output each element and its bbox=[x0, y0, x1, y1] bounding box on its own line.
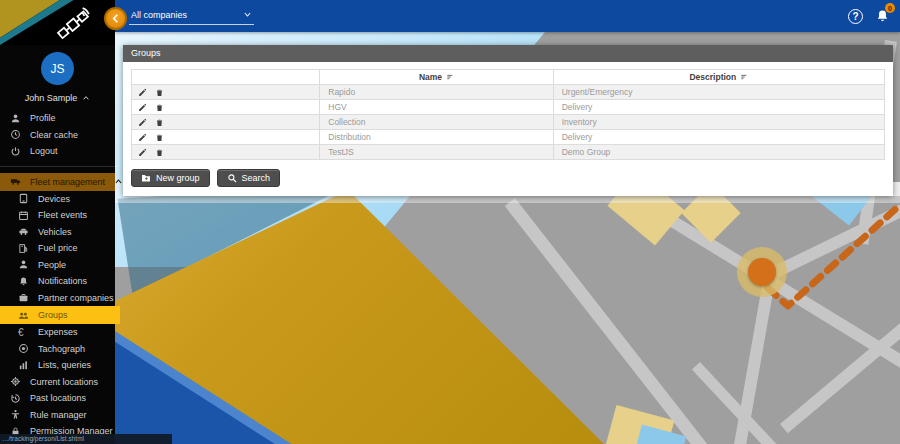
topbar: All companies ? 0 bbox=[115, 0, 900, 32]
help-icon[interactable]: ? bbox=[848, 9, 863, 24]
column-header-description[interactable]: Description bbox=[553, 70, 884, 85]
table-row[interactable]: Collection Inventory bbox=[132, 115, 885, 130]
cell-name: Collection bbox=[320, 115, 553, 130]
cell-description: Delivery bbox=[553, 130, 884, 145]
sidebar-item-expenses[interactable]: € Expenses bbox=[0, 324, 115, 341]
avatar[interactable]: JS bbox=[41, 52, 74, 85]
euro-icon: € bbox=[18, 327, 29, 338]
sort-icon[interactable] bbox=[740, 73, 748, 81]
column-header-name[interactable]: Name bbox=[320, 70, 553, 85]
table-row[interactable]: Rapido Urgent/Emergency bbox=[132, 85, 885, 100]
delete-icon[interactable] bbox=[155, 133, 164, 142]
search-button[interactable]: Search bbox=[217, 169, 281, 187]
chart-icon bbox=[18, 360, 29, 371]
crosshair-icon bbox=[10, 376, 21, 387]
edit-icon[interactable] bbox=[138, 88, 147, 97]
notifications-bell[interactable]: 0 bbox=[875, 8, 890, 24]
cell-name: TestJS bbox=[320, 145, 553, 160]
sidebar-item-devices[interactable]: Devices bbox=[0, 191, 115, 208]
new-group-button[interactable]: New group bbox=[131, 169, 210, 187]
cell-name: Rapido bbox=[320, 85, 553, 100]
edit-icon[interactable] bbox=[138, 103, 147, 112]
company-selector[interactable]: All companies bbox=[129, 8, 254, 25]
sidebar-item-past-locations[interactable]: Past locations bbox=[0, 390, 115, 407]
history-icon bbox=[10, 393, 21, 404]
groups-table: Name Description Rapido Urgent/Emergency bbox=[131, 69, 885, 160]
power-icon bbox=[10, 146, 21, 157]
briefcase-icon bbox=[18, 292, 29, 303]
sidebar-item-partner-companies[interactable]: Partner companies bbox=[0, 290, 115, 307]
company-selector-value: All companies bbox=[131, 10, 187, 20]
chevron-up-icon bbox=[82, 94, 90, 102]
device-icon bbox=[18, 193, 29, 204]
delete-icon[interactable] bbox=[155, 103, 164, 112]
sidebar-item-tachograph[interactable]: Tachograph bbox=[0, 341, 115, 358]
sidebar-item-fleet-events[interactable]: Fleet events bbox=[0, 207, 115, 224]
sidebar-item-notifications[interactable]: Notifications bbox=[0, 273, 115, 290]
car-icon bbox=[18, 226, 29, 237]
app-logo bbox=[0, 0, 115, 45]
sidebar: JS John Sample Profile Clear cache Logou… bbox=[0, 45, 115, 444]
sidebar-item-current-locations[interactable]: Current locations bbox=[0, 374, 115, 391]
van-icon bbox=[10, 176, 21, 187]
cell-description: Urgent/Emergency bbox=[553, 85, 884, 100]
edit-icon[interactable] bbox=[138, 148, 147, 157]
sidebar-item-lists-queries[interactable]: Lists, queries bbox=[0, 357, 115, 374]
edit-icon[interactable] bbox=[138, 118, 147, 127]
browser-status-url: …/tracking/person/List.shtml bbox=[0, 434, 172, 444]
new-folder-icon bbox=[141, 173, 151, 183]
cell-description: Demo Group bbox=[553, 145, 884, 160]
cell-description: Delivery bbox=[553, 100, 884, 115]
column-header-actions bbox=[132, 70, 320, 85]
sort-icon[interactable] bbox=[446, 73, 454, 81]
delete-icon[interactable] bbox=[155, 148, 164, 157]
sidebar-divider bbox=[0, 166, 115, 167]
delete-icon[interactable] bbox=[155, 118, 164, 127]
user-menu[interactable]: John Sample bbox=[0, 93, 115, 103]
sidebar-item-logout[interactable]: Logout bbox=[0, 143, 115, 160]
chevron-down-icon bbox=[243, 10, 252, 19]
edit-icon[interactable] bbox=[138, 133, 147, 142]
notification-badge: 0 bbox=[885, 3, 895, 13]
calendar-icon bbox=[18, 210, 29, 221]
sidebar-item-profile[interactable]: Profile bbox=[0, 110, 115, 127]
sidebar-item-rule-manager[interactable]: Rule manager bbox=[0, 407, 115, 424]
sidebar-item-people[interactable]: People bbox=[0, 257, 115, 274]
cell-name: HGV bbox=[320, 100, 553, 115]
group-icon bbox=[18, 310, 29, 321]
sidebar-item-vehicles[interactable]: Vehicles bbox=[0, 224, 115, 241]
sidebar-item-fuel-price[interactable]: Fuel price bbox=[0, 240, 115, 257]
groups-panel: Groups Name Description Rapido Urgent/ bbox=[123, 45, 893, 196]
table-row[interactable]: HGV Delivery bbox=[132, 100, 885, 115]
person-icon bbox=[18, 259, 29, 270]
search-icon bbox=[227, 173, 237, 183]
chevron-up-icon bbox=[114, 177, 123, 186]
panel-title: Groups bbox=[123, 45, 893, 62]
tachograph-icon bbox=[18, 343, 29, 354]
clock-icon bbox=[10, 129, 21, 140]
sidebar-menu: Profile Clear cache Logout Fleet managem… bbox=[0, 110, 115, 440]
table-row[interactable]: Distribution Delivery bbox=[132, 130, 885, 145]
satellite-icon bbox=[52, 2, 94, 44]
delete-icon[interactable] bbox=[155, 88, 164, 97]
person-standing-icon bbox=[10, 409, 21, 420]
table-row[interactable]: TestJS Demo Group bbox=[132, 145, 885, 160]
sidebar-section-fleet-management[interactable]: Fleet management bbox=[0, 173, 115, 191]
sidebar-item-clear-cache[interactable]: Clear cache bbox=[0, 127, 115, 144]
map-marker[interactable] bbox=[748, 258, 776, 286]
cell-name: Distribution bbox=[320, 130, 553, 145]
person-icon bbox=[10, 113, 21, 124]
sidebar-item-groups[interactable]: Groups bbox=[0, 306, 120, 324]
user-name: John Sample bbox=[25, 93, 78, 103]
bell-icon bbox=[18, 276, 29, 287]
fuel-icon bbox=[18, 243, 29, 254]
collapse-sidebar-button[interactable] bbox=[104, 7, 127, 30]
cell-description: Inventory bbox=[553, 115, 884, 130]
